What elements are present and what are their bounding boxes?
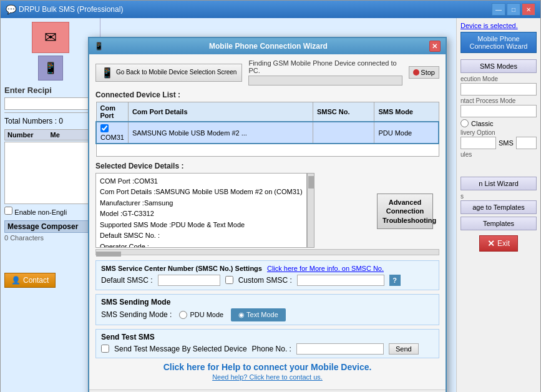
pdu-mode-label: PDU Mode <box>190 311 223 318</box>
pdu-mode-option[interactable]: PDU Mode <box>179 311 223 319</box>
exit-button[interactable]: ✕ Exit <box>479 235 518 252</box>
col-number: Number <box>7 131 51 139</box>
status-area: Finding GSM Mobile Phone Device connecte… <box>248 59 402 86</box>
contact-process-label: ntact Process Mode <box>461 97 537 104</box>
device-details-box[interactable]: COM Port :COM31 Com Port Details :SAMSUN… <box>95 173 307 248</box>
mode-row: SMS Sending Mode : PDU Mode ◉ Text Mode <box>101 308 434 321</box>
contact-icon: 👤 <box>11 276 21 285</box>
text-mode-radio-icon: ◉ <box>238 311 245 318</box>
table-row[interactable]: COM31 SAMSUNG Mobile USB Modem #2 ... PD… <box>96 122 439 144</box>
dialog-icon: 📱 <box>94 42 104 51</box>
contact-link[interactable]: Need help? Click here to contact us. <box>95 373 439 381</box>
total-numbers: Total Numbers : 0 <box>4 117 96 125</box>
mobile-phone-wizard-label: Mobile Phone Connection Wizard <box>470 35 528 50</box>
details-scrollbar[interactable] <box>307 173 314 248</box>
default-smsc-input[interactable] <box>158 275 220 286</box>
send-test-sms-section: Send Test SMS Send Test Message By Selec… <box>95 329 439 358</box>
custom-smsc-input[interactable] <box>297 275 384 286</box>
close-app-button[interactable]: ✕ <box>522 3 535 16</box>
sms-label: SMS <box>499 139 514 147</box>
dialog-top-bar: 📱 Go Back to Mobile Device Selection Scr… <box>95 59 439 86</box>
smsc-row: Default SMSC : Custom SMSC : ? <box>101 275 434 286</box>
send-test-checkbox[interactable] <box>101 345 109 353</box>
back-icon: 📱 <box>101 67 114 79</box>
col-sms-mode: SMS Mode <box>374 102 439 122</box>
device-checkbox[interactable] <box>100 124 109 132</box>
mobile-phone-wizard-btn[interactable]: Mobile Phone Connection Wizard <box>461 32 537 53</box>
app-window: 💬 DRPU Bulk SMS (Professional) — □ ✕ ✉ 📱… <box>0 0 541 392</box>
back-to-device-selection-button[interactable]: 📱 Go Back to Mobile Device Selection Scr… <box>95 64 242 82</box>
pdu-mode-radio[interactable] <box>179 311 187 319</box>
templates-btn[interactable]: Templates <box>461 217 537 230</box>
contact-button[interactable]: 👤 Contact <box>4 273 56 288</box>
col-me: Me <box>51 131 94 139</box>
minimize-button[interactable]: — <box>492 3 505 16</box>
enable-non-english-label: Enable non-Engli <box>14 208 67 216</box>
smsc-no-cell <box>313 122 374 144</box>
enter-recipient-label: Enter Recipi <box>4 86 96 95</box>
delivery-option-label: livery Option <box>461 129 537 136</box>
sms-mode-cell: PDU Mode <box>374 122 439 144</box>
phone-no-input[interactable] <box>296 343 384 355</box>
execution-mode-label: ecution Mode <box>461 76 537 82</box>
selected-device-label: Selected Device Details : <box>95 162 439 170</box>
smsc-settings-label: SMS Service Center Number (SMSC No.) Set… <box>101 265 262 272</box>
enable-non-english-checkbox[interactable] <box>4 207 12 215</box>
exit-x-icon: ✕ <box>487 238 495 248</box>
message-composer-title: Message Composer <box>4 220 96 233</box>
app-title: DRPU Bulk SMS (Professional) <box>19 5 123 14</box>
dialog-close-button[interactable]: ✕ <box>429 41 441 52</box>
col-com-port: Com Port <box>96 102 128 122</box>
dialog-title: Mobile Phone Connection Wizard <box>209 42 328 51</box>
sms-modes-label: SMS Modes <box>480 62 517 70</box>
phone-no-label: Phone No. : <box>252 345 291 353</box>
maximize-button[interactable]: □ <box>507 3 520 16</box>
smsc-info-link[interactable]: Click here for More info. on SMSC No. <box>267 265 384 272</box>
help-main-text[interactable]: Click here for Help to connect your Mobi… <box>95 362 439 372</box>
sms-sending-mode-title: SMS Sending Mode <box>101 298 434 306</box>
details-wrapper: COM Port :COM31 Com Port Details :SAMSUN… <box>95 173 439 248</box>
send-test-label: Send Test Message By Selected Device <box>114 345 247 353</box>
sms-modes-btn[interactable]: SMS Modes <box>461 59 537 73</box>
smsc-section: SMS Service Center Number (SMSC No.) Set… <box>95 260 439 290</box>
right-panel: Device is selected. Mobile Phone Connect… <box>456 18 540 392</box>
detail-line-2: Com Port Details :SAMSUNG Mobile USB Mod… <box>100 187 303 198</box>
test-row: Send Test Message By Selected Device Pho… <box>101 343 434 355</box>
classic-radio[interactable] <box>461 119 469 127</box>
save-templates-label: age to Templates <box>472 203 525 211</box>
text-mode-selected[interactable]: ◉ Text Mode <box>231 308 286 321</box>
row-checkbox-cell[interactable]: COM31 <box>96 122 128 144</box>
templates-label: Templates <box>483 220 514 227</box>
progress-bar <box>248 76 402 86</box>
chars-label: 0 Characters <box>4 234 96 242</box>
list-wizard-btn[interactable]: n List Wizard <box>461 177 537 190</box>
detail-line-7: Operator Code : <box>100 242 303 247</box>
connected-device-label: Connected Device List : <box>95 91 439 99</box>
scrollbar-thumb <box>308 176 314 189</box>
back-btn-label: Go Back to Mobile Device Selection Scree… <box>116 69 236 76</box>
default-smsc-label: Default SMSC : <box>101 276 153 285</box>
device-selected-text: Device is selected. <box>461 22 518 29</box>
device-table: Com Port Com Port Details SMSC No. SMS M… <box>95 102 439 157</box>
sms-sending-mode-section: SMS Sending Mode SMS Sending Mode : PDU … <box>95 294 439 325</box>
s-label: s <box>461 193 537 200</box>
detail-line-1: COM Port :COM31 <box>100 176 303 187</box>
stop-circle-icon <box>413 69 419 76</box>
app-icon: 💬 <box>6 4 16 14</box>
contact-label: Contact <box>23 276 49 285</box>
list-wizard-label: n List Wizard <box>479 180 519 187</box>
hscroll-thumb <box>96 252 121 257</box>
stop-label: Stop <box>421 69 435 76</box>
details-hscroll[interactable] <box>95 249 439 255</box>
detail-line-4: Model :GT-C3312 <box>100 208 303 220</box>
smsc-help-button[interactable]: ? <box>389 275 401 286</box>
col-com-port-details: Com Port Details <box>128 102 313 122</box>
send-test-sms-title: Send Test SMS <box>101 333 434 341</box>
mode-label: SMS Sending Mode : <box>101 310 172 319</box>
send-test-button[interactable]: Send <box>389 343 419 355</box>
stop-button[interactable]: Stop <box>409 66 439 79</box>
save-templates-btn[interactable]: age to Templates <box>461 200 537 214</box>
com-port-value: COM31 <box>100 134 124 141</box>
custom-smsc-checkbox[interactable] <box>225 276 233 284</box>
exit-label: Exit <box>497 239 510 248</box>
